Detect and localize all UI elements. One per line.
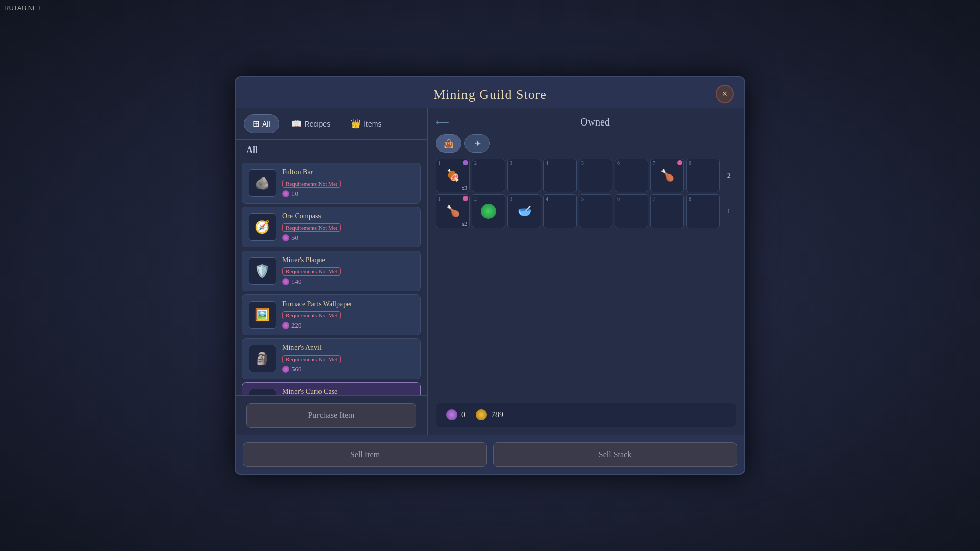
item-img-furnace-wallpaper: 🖼️ — [249, 301, 276, 329]
item-cost-fulton-bar: 10 — [282, 190, 414, 198]
inv-slot-2-3[interactable]: 3 🥣 — [507, 194, 541, 228]
gem-pink-icon — [677, 160, 682, 165]
items-tab-icon: 👑 — [351, 119, 361, 129]
item-name-fulton-bar: Fulton Bar — [282, 168, 414, 177]
gems-value: 0 — [461, 410, 465, 419]
inv-slot-2-8[interactable]: 8 — [686, 194, 720, 228]
item-cost-ore-compass: 50 — [282, 234, 414, 242]
close-button[interactable]: × — [716, 85, 734, 103]
inv-slot-2-2[interactable]: 2 — [472, 194, 505, 228]
slot-num: 5 — [581, 160, 584, 166]
inv-slot-1-8[interactable]: 8 — [686, 159, 720, 192]
inv-slot-2-1[interactable]: 1 🍗 x2 — [436, 194, 470, 228]
slot-num: 1 — [438, 196, 441, 202]
shop-item-ore-compass[interactable]: 🧭 Ore Compass Requirements Not Met 50 — [242, 207, 421, 247]
tab-items-label: Items — [364, 120, 381, 128]
purchase-item-button[interactable]: Purchase Item — [246, 403, 416, 428]
inv-slot-1-5[interactable]: 5 — [579, 159, 612, 192]
slot-num: 3 — [510, 160, 512, 166]
inv-slot-1-3[interactable]: 3 — [507, 159, 541, 192]
item-info-furnace-wallpaper: Furnace Parts Wallpaper Requirements Not… — [282, 300, 414, 330]
cost-value: 10 — [291, 190, 298, 198]
slot-num: 8 — [689, 196, 691, 202]
view-toggle: 👜 ✈ — [436, 134, 736, 153]
purchase-btn-container: Purchase Item — [236, 395, 427, 435]
item-name-ore-compass: Ore Compass — [282, 212, 414, 220]
shop-item-miners-curio[interactable]: 🗃️ Miner's Curio Case Requirements Not M… — [242, 382, 421, 395]
slot-num: 5 — [581, 196, 584, 202]
modal-title: Mining Guild Store — [433, 87, 547, 102]
mining-guild-store-modal: Mining Guild Store × ⊞ All 📖 Recipes 👑 I… — [235, 76, 745, 475]
green-orb-item — [481, 204, 496, 219]
item-info-miners-plaque: Miner's Plaque Requirements Not Met 140 — [282, 256, 414, 286]
shop-item-miners-anvil[interactable]: 🗿 Miner's Anvil Requirements Not Met 560 — [242, 338, 421, 379]
item-name-miners-plaque: Miner's Plaque — [282, 256, 414, 264]
all-tab-icon: ⊞ — [253, 119, 259, 129]
tab-all-label: All — [262, 120, 271, 128]
inv-slot-1-2[interactable]: 2 — [472, 159, 505, 192]
inv-slot-1-1[interactable]: 1 🍖 x3 — [436, 159, 470, 192]
inv-slot-1-7[interactable]: 7 🍗 — [650, 159, 684, 192]
slot-num: 7 — [653, 160, 655, 166]
tab-recipes[interactable]: 📖 Recipes — [283, 114, 339, 133]
slot-num: 6 — [617, 160, 620, 166]
inv-slot-2-5[interactable]: 5 — [579, 194, 612, 228]
item-img-miners-plaque: 🛡️ — [249, 257, 276, 285]
item-img-miners-anvil: 🗿 — [249, 345, 276, 372]
item-cost-miners-plaque: 140 — [282, 278, 414, 286]
sell-stack-button[interactable]: Sell Stack — [493, 442, 737, 467]
shop-item-furnace-wallpaper[interactable]: 🖼️ Furnace Parts Wallpaper Requirements … — [242, 294, 421, 335]
cost-value: 140 — [291, 278, 302, 286]
item-name-miners-anvil: Miner's Anvil — [282, 344, 414, 352]
cost-gem-icon — [282, 366, 289, 373]
section-label: All — [236, 140, 427, 161]
stack-count: x3 — [462, 185, 467, 191]
owned-arrow-left-icon: ⟵ — [436, 117, 449, 128]
modal-body: ⊞ All 📖 Recipes 👑 Items All 🪨 — [236, 108, 744, 435]
currency-gems: 0 — [446, 409, 465, 420]
gold-value: 789 — [491, 410, 503, 419]
row-end-badge-2: 1 — [722, 194, 736, 228]
inventory-grid: 1 🍖 x3 2 3 4 5 6 7 🍗 8 — [436, 159, 736, 228]
gem-pink-icon — [463, 196, 468, 201]
tab-items[interactable]: 👑 Items — [342, 114, 389, 133]
cost-value: 560 — [291, 365, 302, 373]
inventory-row-1: 1 🍖 x3 2 3 4 5 6 7 🍗 8 — [436, 159, 736, 192]
shop-item-miners-plaque[interactable]: 🛡️ Miner's Plaque Requirements Not Met 1… — [242, 251, 421, 291]
sell-item-button[interactable]: Sell Item — [243, 442, 487, 467]
owned-header: ⟵ Owned — [436, 116, 736, 128]
left-panel: ⊞ All 📖 Recipes 👑 Items All 🪨 — [236, 108, 428, 435]
gem-purple-currency-icon — [446, 409, 457, 420]
tab-all[interactable]: ⊞ All — [244, 114, 279, 133]
req-badge-fulton-bar: Requirements Not Met — [282, 180, 341, 188]
item-info-ore-compass: Ore Compass Requirements Not Met 50 — [282, 212, 414, 242]
slot-num: 4 — [546, 196, 548, 202]
item-img-fulton-bar: 🪨 — [249, 169, 276, 197]
item-info-fulton-bar: Fulton Bar Requirements Not Met 10 — [282, 168, 414, 198]
item-name-miners-curio: Miner's Curio Case — [282, 388, 414, 395]
inv-slot-2-4[interactable]: 4 — [543, 194, 577, 228]
gold-coin-icon — [476, 409, 487, 420]
cost-gem-icon — [282, 322, 289, 329]
inv-slot-2-7[interactable]: 7 — [650, 194, 684, 228]
tabs-container: ⊞ All 📖 Recipes 👑 Items — [236, 108, 427, 140]
req-badge-miners-anvil: Requirements Not Met — [282, 355, 341, 363]
cost-gem-icon — [282, 190, 289, 197]
inv-slot-2-6[interactable]: 6 — [615, 194, 648, 228]
inv-slot-1-6[interactable]: 6 — [615, 159, 648, 192]
inv-slot-1-4[interactable]: 4 — [543, 159, 577, 192]
slot-num: 4 — [546, 160, 548, 166]
sell-buttons-container: Sell Item Sell Stack — [236, 435, 744, 474]
stack-count: x2 — [462, 221, 467, 227]
inventory-row-2: 1 🍗 x2 2 3 🥣 4 5 6 — [436, 194, 736, 228]
view-bag-button[interactable]: 👜 — [436, 134, 461, 153]
item-cost-furnace-wallpaper: 220 — [282, 321, 414, 330]
item-name-furnace-wallpaper: Furnace Parts Wallpaper — [282, 300, 414, 308]
req-badge-ore-compass: Requirements Not Met — [282, 223, 341, 232]
shop-item-fulton-bar[interactable]: 🪨 Fulton Bar Requirements Not Met 10 — [242, 163, 421, 204]
view-arrow-button[interactable]: ✈ — [464, 134, 490, 153]
slot-num: 8 — [689, 160, 691, 166]
slot-num: 7 — [653, 196, 655, 202]
cost-value: 220 — [291, 321, 302, 330]
cost-gem-icon — [282, 234, 289, 241]
